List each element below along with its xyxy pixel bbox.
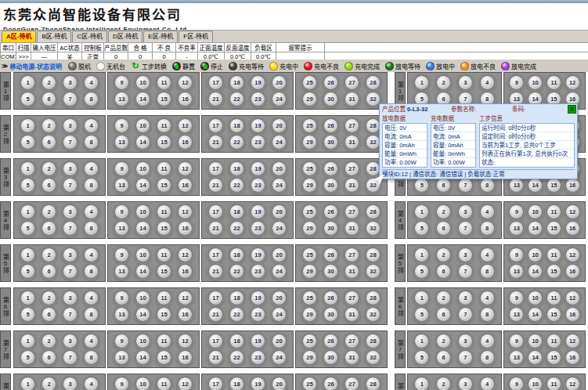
channel-button[interactable]: 25 [302,247,317,262]
channel-button[interactable]: 15 [157,350,171,365]
channel-button[interactable]: 12 [565,247,580,262]
channel-button[interactable]: 11 [157,377,171,390]
channel-button[interactable]: 2 [436,204,451,219]
channel-button[interactable]: 12 [178,377,193,390]
channel-button[interactable]: 25 [302,204,317,219]
channel-button[interactable]: 1 [20,161,35,176]
channel-button[interactable]: 4 [480,291,495,305]
channel-button[interactable]: 25 [302,161,317,176]
channel-button[interactable]: 3 [458,247,473,262]
channel-button[interactable]: 6 [41,135,56,150]
channel-button[interactable]: 16 [178,221,193,236]
channel-button[interactable]: 22 [229,307,244,322]
channel-button[interactable]: 29 [302,307,317,322]
channel-button[interactable]: 15 [157,135,171,150]
channel-button[interactable]: 14 [528,178,543,193]
channel-button[interactable]: 22 [229,178,244,193]
channel-button[interactable]: 6 [436,178,451,193]
channel-button[interactable]: 10 [528,291,543,305]
channel-button[interactable]: 10 [528,75,543,90]
channel-button[interactable]: 9 [114,75,129,90]
channel-button[interactable]: 11 [157,161,171,176]
channel-button[interactable]: 13 [509,350,524,365]
channel-button[interactable]: 7 [458,264,473,279]
channel-button[interactable]: 12 [178,334,193,348]
channel-button[interactable]: 3 [63,118,78,133]
channel-button[interactable]: 16 [178,178,193,193]
popup-close-button[interactable]: X [568,105,576,114]
channel-button[interactable]: 9 [114,377,129,390]
channel-button[interactable]: 8 [480,350,495,365]
channel-button[interactable]: 18 [229,377,244,390]
channel-button[interactable]: 3 [63,334,78,348]
channel-button[interactable]: 4 [84,291,99,305]
channel-button[interactable]: 13 [114,135,129,150]
channel-button[interactable]: 2 [436,334,451,348]
channel-button[interactable]: 23 [251,135,265,150]
channel-button[interactable]: 13 [114,307,129,322]
channel-button[interactable]: 15 [547,307,561,322]
channel-button[interactable]: 24 [272,307,287,322]
channel-button[interactable]: 17 [208,118,223,133]
channel-button[interactable]: 25 [302,377,317,390]
tab-zone-1[interactable]: B区-待机 [37,31,71,42]
channel-button[interactable]: 15 [157,178,171,193]
channel-button[interactable]: 11 [157,334,171,348]
channel-button[interactable]: 14 [135,221,150,236]
channel-button[interactable]: 9 [114,291,129,305]
channel-button[interactable]: 9 [114,334,129,348]
channel-button[interactable]: 15 [547,221,561,236]
channel-button[interactable]: 11 [157,75,171,90]
channel-button[interactable]: 29 [302,264,317,279]
channel-button[interactable]: 6 [436,221,451,236]
channel-button[interactable]: 20 [272,118,287,133]
channel-button[interactable]: 11 [547,334,561,348]
channel-button[interactable]: 1 [414,247,429,262]
channel-button[interactable]: 21 [208,307,223,322]
channel-button[interactable]: 7 [458,307,473,322]
channel-button[interactable]: 32 [366,264,381,279]
channel-button[interactable]: 14 [528,264,543,279]
channel-button[interactable]: 11 [547,291,561,305]
channel-button[interactable]: 2 [41,75,56,90]
tab-zone-0[interactable]: A区-待机 [2,31,36,42]
channel-button[interactable]: 24 [272,178,287,193]
channel-button[interactable]: 17 [208,377,223,390]
channel-button[interactable]: 20 [272,291,287,305]
channel-button[interactable]: 1 [20,204,35,219]
channel-button[interactable]: 28 [366,75,381,90]
channel-button[interactable]: 22 [229,92,244,107]
channel-button[interactable]: 4 [480,75,495,90]
channel-button[interactable]: 10 [135,161,150,176]
channel-button[interactable]: 12 [178,247,193,262]
channel-button[interactable]: 30 [323,135,338,150]
channel-button[interactable]: 21 [208,92,223,107]
channel-button[interactable]: 30 [323,307,338,322]
channel-button[interactable]: 10 [528,377,543,390]
channel-button[interactable]: 14 [135,264,150,279]
channel-button[interactable]: 23 [251,264,265,279]
channel-button[interactable]: 5 [414,178,429,193]
channel-button[interactable]: 5 [20,264,35,279]
channel-button[interactable]: 1 [414,377,429,390]
channel-button[interactable]: 4 [84,377,99,390]
channel-button[interactable]: 11 [547,247,561,262]
channel-button[interactable]: 15 [547,264,561,279]
channel-button[interactable]: 31 [345,307,359,322]
channel-button[interactable]: 15 [157,264,171,279]
channel-button[interactable]: 31 [345,178,359,193]
channel-button[interactable]: 17 [208,334,223,348]
channel-button[interactable]: 5 [20,350,35,365]
channel-button[interactable]: 4 [480,247,495,262]
channel-button[interactable]: 25 [302,118,317,133]
channel-button[interactable]: 13 [509,178,524,193]
legend-expand-icon[interactable]: ≫ [2,63,8,70]
channel-button[interactable]: 2 [436,247,451,262]
channel-button[interactable]: 15 [157,92,171,107]
channel-button[interactable]: 1 [414,75,429,90]
channel-button[interactable]: 3 [63,204,78,219]
channel-button[interactable]: 21 [208,350,223,365]
channel-button[interactable]: 16 [565,350,580,365]
channel-button[interactable]: 28 [366,247,381,262]
channel-button[interactable]: 20 [272,334,287,348]
